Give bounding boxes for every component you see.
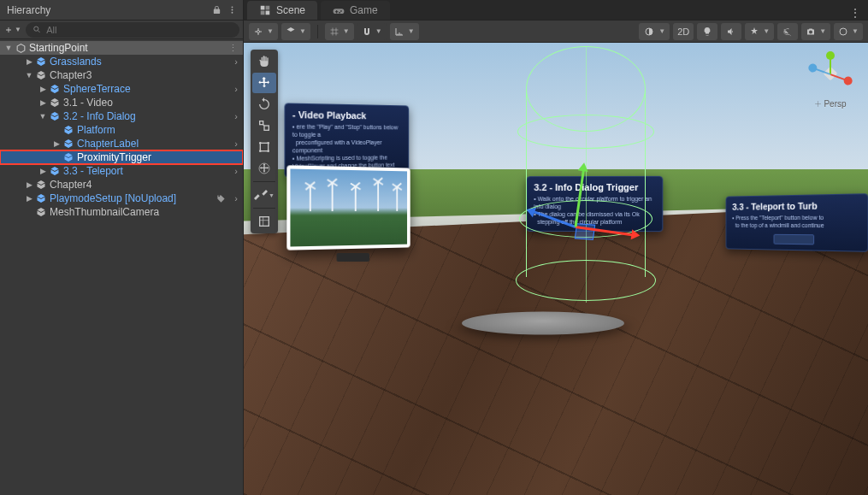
panel-title: 3.3 - Teleport to Turb	[732, 200, 860, 212]
tool-audio-toggle[interactable]	[721, 23, 741, 40]
open-prefab-icon[interactable]: ›	[234, 193, 238, 203]
tree-item-32infodialog[interactable]: ▼ 3.2 - Info Dialog ›	[0, 109, 243, 123]
tool-scale[interactable]	[252, 115, 276, 136]
expand-arrow-icon[interactable]: ▼	[24, 70, 34, 80]
tag-icon	[216, 194, 226, 203]
tree-item-sphereterrace[interactable]: ▶ SphereTerrace ›	[0, 82, 243, 96]
svg-point-0	[231, 6, 233, 8]
svg-rect-7	[266, 11, 270, 15]
tab-scene[interactable]: Scene	[247, 1, 317, 20]
expand-arrow-icon[interactable]: ▶	[38, 97, 48, 108]
tree-item-33teleport[interactable]: ▶ 3.3 - Teleport ›	[0, 164, 243, 178]
svg-point-10	[840, 28, 847, 35]
tree-item-chapter3[interactable]: ▼ Chapter3	[0, 68, 243, 82]
open-prefab-icon[interactable]: ›	[234, 111, 238, 121]
svg-point-16	[259, 150, 262, 152]
tool-fx-toggle[interactable]: ▼	[745, 23, 774, 40]
expand-arrow-icon[interactable]: ▶	[38, 166, 48, 176]
svg-point-1	[231, 9, 233, 11]
tab-scene-label: Scene	[276, 4, 305, 16]
prefab-icon	[48, 109, 62, 123]
tree-item-proximitytrigger[interactable]: ProximityTrigger	[0, 150, 243, 164]
viewport-panel: Scene Game ⋮ ▼ ▼ ▼ ▼ ▼ ▼ 2D	[244, 0, 868, 495]
prefab-icon	[34, 192, 48, 205]
tree-item-label: Chapter3	[50, 69, 92, 81]
prefab-icon	[34, 55, 48, 68]
tree-item-label: SphereTerrace	[63, 83, 131, 95]
hierarchy-tree: ▼ StartingPoint ⋮ ▶ Grasslands › ▼ Chapt…	[0, 39, 243, 495]
kebab-icon[interactable]: ⋮	[849, 6, 861, 20]
kebab-icon[interactable]: ⋮	[228, 43, 238, 54]
tree-item-label: Chapter4	[50, 179, 92, 191]
hierarchy-search[interactable]	[26, 22, 239, 38]
tool-camera-dropdown[interactable]: ▼	[801, 23, 830, 40]
hierarchy-panel: Hierarchy ▼ ▼ StartingPoint ⋮	[0, 0, 244, 495]
tree-item-label: MeshThumbnailCamera	[50, 206, 159, 218]
tree-item-label: ChapterLabel	[77, 138, 139, 150]
tree-item-playmodesetup[interactable]: ▶ PlaymodeSetup [NoUpload] ›	[0, 192, 243, 205]
tool-gizmos-dropdown[interactable]: ▼	[834, 23, 863, 40]
svg-rect-12	[264, 126, 269, 130]
gameobject-icon	[48, 96, 62, 109]
lock-icon[interactable]	[210, 4, 222, 16]
tool-pivot-dropdown[interactable]: ▼	[249, 23, 278, 40]
expand-arrow-icon[interactable]: ▶	[51, 138, 62, 149]
tool-move[interactable]	[252, 73, 276, 93]
open-prefab-icon[interactable]: ›	[234, 84, 238, 94]
expand-arrow-icon[interactable]: ▶	[24, 193, 34, 203]
gameobject-icon	[34, 205, 48, 219]
expand-arrow-icon[interactable]: ▶	[38, 84, 48, 94]
perspective-toggle[interactable]: Persp	[814, 99, 846, 109]
gameobject-icon	[34, 68, 48, 82]
svg-point-15	[267, 142, 269, 144]
expand-arrow-icon[interactable]: ▶	[24, 56, 34, 67]
tree-item-label: PlaymodeSetup [NoUpload]	[50, 192, 176, 204]
tree-item-platform[interactable]: Platform	[0, 123, 243, 137]
tool-increment-snap[interactable]: ▼	[390, 23, 419, 40]
scene-row[interactable]: ▼ StartingPoint ⋮	[0, 41, 243, 55]
tool-transform[interactable]	[252, 158, 276, 179]
orientation-gizmo[interactable]: Persp	[805, 51, 856, 113]
open-prefab-icon[interactable]: ›	[234, 56, 238, 67]
create-dropdown[interactable]: ▼	[3, 23, 22, 37]
svg-rect-5	[266, 6, 270, 10]
scene-video-frame	[286, 165, 410, 250]
tool-2d-toggle[interactable]: 2D	[673, 23, 694, 40]
tab-game[interactable]: Game	[321, 1, 390, 20]
tool-custom-tools[interactable]: ▼	[252, 185, 276, 205]
tool-grid-toggle[interactable]: ▼	[325, 23, 354, 40]
tool-snap-toggle[interactable]: ▼	[357, 23, 387, 40]
kebab-icon[interactable]	[226, 4, 238, 16]
tool-drawmode-dropdown[interactable]: ▼	[639, 23, 670, 40]
tool-extra[interactable]	[252, 211, 276, 232]
tool-palette: ▼	[251, 50, 278, 233]
svg-point-2	[231, 12, 233, 14]
tool-space-dropdown[interactable]: ▼	[281, 23, 310, 40]
tool-rect[interactable]	[252, 137, 276, 157]
tool-rotate[interactable]	[252, 94, 276, 115]
tree-item-meshthumbnailcamera[interactable]: MeshThumbnailCamera	[0, 205, 243, 219]
tool-hidden-toggle[interactable]	[777, 23, 798, 40]
svg-rect-4	[261, 6, 265, 10]
tree-item-chapterlabel[interactable]: ▶ ChapterLabel ›	[0, 137, 243, 150]
svg-rect-6	[261, 11, 265, 15]
tree-item-31video[interactable]: ▶ 3.1 - Video	[0, 96, 243, 109]
scene-view[interactable]: ▼ Persp - Video Playback • ere the "Play…	[244, 43, 868, 495]
tree-item-grasslands[interactable]: ▶ Grasslands ›	[0, 55, 243, 68]
hierarchy-toolbar: ▼	[0, 21, 243, 39]
expand-arrow-icon[interactable]: ▼	[3, 43, 14, 53]
expand-arrow-icon[interactable]: ▼	[38, 111, 48, 121]
expand-arrow-icon[interactable]: ▶	[24, 180, 34, 190]
tool-hand[interactable]	[252, 51, 276, 72]
svg-rect-19	[260, 217, 269, 227]
tree-item-chapter4[interactable]: ▶ Chapter4	[0, 178, 243, 192]
panel-title: - Video Playback	[292, 109, 402, 121]
svg-point-3	[34, 27, 38, 31]
open-prefab-icon[interactable]: ›	[234, 138, 238, 149]
hierarchy-title: Hierarchy	[5, 4, 207, 16]
gameobject-icon	[34, 178, 48, 192]
open-prefab-icon[interactable]: ›	[234, 166, 238, 176]
hierarchy-search-input[interactable]	[46, 25, 233, 35]
axis-y-icon[interactable]	[830, 56, 831, 74]
tool-lighting-toggle[interactable]	[697, 23, 717, 40]
